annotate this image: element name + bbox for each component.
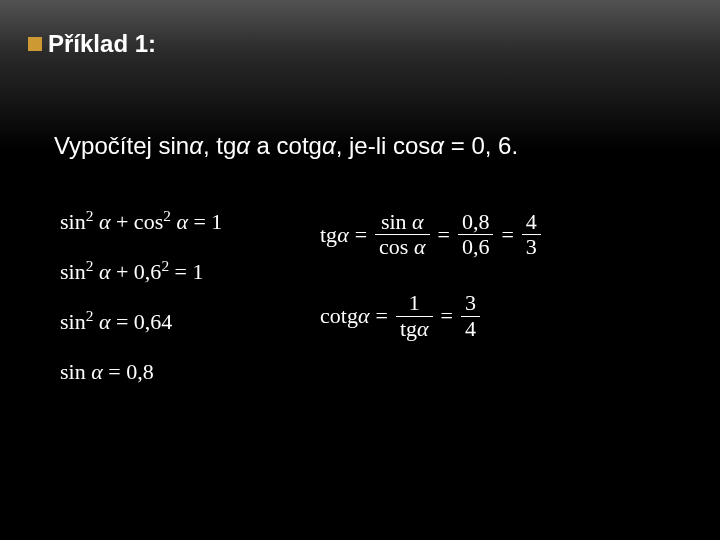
denominator: cos α — [375, 234, 429, 259]
alpha-symbol: α — [189, 132, 203, 159]
rhs: = 1 — [188, 209, 222, 234]
fn: sin — [60, 259, 86, 284]
problem-part: = 0, 6. — [444, 132, 518, 159]
problem-part: , je-li cos — [336, 132, 431, 159]
fn: sin — [60, 209, 86, 234]
math-right-block: tgα = sin α cos α = 0,8 0,6 = 4 3 cotgα — [320, 210, 543, 373]
fraction: 3 4 — [461, 291, 480, 340]
numerator: 1 — [405, 291, 424, 315]
alpha-symbol: α — [99, 259, 111, 284]
denominator: tgα — [396, 316, 433, 341]
numerator: 0,8 — [458, 210, 494, 234]
equation-row: cotgα = 1 tgα = 3 4 — [320, 291, 543, 340]
rhs: = 0,8 — [103, 359, 154, 384]
equation-row: sin2 α + 0,62 = 1 — [60, 250, 222, 294]
sup: 2 — [86, 307, 94, 324]
math-left-block: sin2 α + cos2 α = 1 sin2 α + 0,62 = 1 si… — [60, 200, 222, 400]
fn-label: cotgα — [320, 303, 369, 329]
denominator: 3 — [522, 234, 541, 259]
alpha-symbol: α — [412, 209, 424, 234]
alpha-symbol: α — [99, 209, 111, 234]
equals: = — [355, 222, 367, 248]
alpha-symbol: α — [236, 132, 250, 159]
alpha-symbol: α — [414, 234, 426, 259]
numerator: 4 — [522, 210, 541, 234]
fraction: 0,8 0,6 — [458, 210, 494, 259]
fraction: 4 3 — [522, 210, 541, 259]
fn: cotg — [320, 303, 358, 328]
bullet-icon — [28, 37, 42, 51]
numerator: sin α — [377, 210, 428, 234]
equals: = — [441, 303, 453, 329]
alpha-symbol: α — [322, 132, 336, 159]
problem-part: Vypočítej sin — [54, 132, 189, 159]
equals: = — [375, 303, 387, 329]
fn: cos — [379, 234, 408, 259]
sup: 2 — [163, 207, 171, 224]
problem-part: a cotg — [250, 132, 322, 159]
alpha-symbol: α — [337, 222, 349, 247]
fn: sin — [381, 209, 407, 234]
equation-row: sin2 α = 0,64 — [60, 300, 222, 344]
rhs: = 1 — [169, 259, 203, 284]
fraction: 1 tgα — [396, 291, 433, 340]
alpha-symbol: α — [91, 359, 103, 384]
fn-label: tgα — [320, 222, 349, 248]
problem-text: Vypočítej sinα, tgα a cotgα, je-li cosα … — [54, 132, 518, 160]
fn: + cos — [110, 209, 163, 234]
slide: Příklad 1: Vypočítej sinα, tgα a cotgα, … — [0, 0, 720, 540]
equation-row: sin2 α + cos2 α = 1 — [60, 200, 222, 244]
sup: 2 — [86, 207, 94, 224]
alpha-symbol: α — [176, 209, 188, 234]
sup: 2 — [161, 257, 169, 274]
fn: sin — [60, 309, 86, 334]
mid: + 0,6 — [110, 259, 161, 284]
alpha-symbol: α — [417, 316, 429, 341]
sup: 2 — [86, 257, 94, 274]
numerator: 3 — [461, 291, 480, 315]
equation-row: sin α = 0,8 — [60, 350, 222, 394]
equals: = — [438, 222, 450, 248]
alpha-symbol: α — [99, 309, 111, 334]
equals: = — [501, 222, 513, 248]
fn: sin — [60, 359, 86, 384]
top-gradient — [0, 0, 720, 150]
heading-text: Příklad 1: — [48, 30, 156, 58]
fn: tg — [400, 316, 417, 341]
alpha-symbol: α — [358, 303, 370, 328]
heading-row: Příklad 1: — [28, 30, 156, 58]
alpha-symbol: α — [430, 132, 444, 159]
rhs: = 0,64 — [110, 309, 172, 334]
fn: tg — [320, 222, 337, 247]
fraction: sin α cos α — [375, 210, 429, 259]
denominator: 4 — [461, 316, 480, 341]
problem-part: , tg — [203, 132, 236, 159]
equation-row: tgα = sin α cos α = 0,8 0,6 = 4 3 — [320, 210, 543, 259]
denominator: 0,6 — [458, 234, 494, 259]
